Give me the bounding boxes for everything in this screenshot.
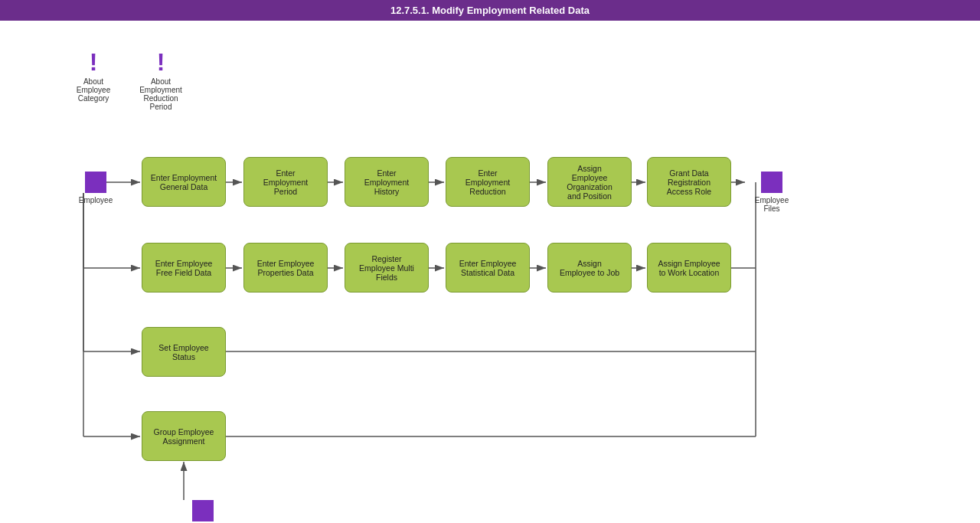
info-icon-employee-category: !: [90, 50, 98, 74]
enter-employee-properties[interactable]: Enter EmployeeProperties Data: [243, 243, 328, 293]
enter-employee-free-field[interactable]: Enter EmployeeFree Field Data: [142, 243, 226, 293]
employee-selection-template-square[interactable]: [192, 500, 214, 521]
enter-employment-general-data[interactable]: Enter Employment General Data: [142, 157, 226, 207]
about-employment-reduction-period-node: ! About Employment Reduction Period: [130, 50, 191, 111]
group-employee-assignment[interactable]: Group EmployeeAssignment: [142, 411, 226, 461]
diagram-area: ! About Employee Category ! About Employ…: [0, 21, 980, 518]
employee-start-square[interactable]: [85, 172, 106, 193]
register-employee-multi-fields[interactable]: RegisterEmployee MultiFields: [345, 243, 429, 293]
employment-history[interactable]: EnterEmploymentHistory: [345, 157, 429, 207]
title-bar: 12.7.5.1. Modify Employment Related Data: [0, 0, 980, 21]
about-employee-category-node: ! About Employee Category: [63, 50, 124, 103]
set-employee-status[interactable]: Set EmployeeStatus: [142, 327, 226, 377]
info-label-employment-reduction: About Employment Reduction Period: [139, 77, 182, 111]
assign-employee-to-job[interactable]: AssignEmployee to Job: [547, 243, 632, 293]
employee-start-label: Employee: [73, 196, 119, 204]
assign-employee-org-position[interactable]: AssignEmployeeOrganizationand Position: [547, 157, 632, 207]
info-icon-employment-reduction: !: [157, 50, 165, 74]
page-title: 12.7.5.1. Modify Employment Related Data: [390, 5, 590, 16]
enter-employment-period[interactable]: EnterEmploymentPeriod: [243, 157, 328, 207]
assign-employee-work-location[interactable]: Assign Employeeto Work Location: [647, 243, 731, 293]
enter-employment-reduction[interactable]: EnterEmploymentReduction: [446, 157, 530, 207]
employee-files-label: Employee Files: [745, 196, 799, 213]
enter-employee-statistical[interactable]: Enter EmployeeStatistical Data: [446, 243, 530, 293]
grant-registration-access-role[interactable]: Grant DataRegistrationAccess Role: [647, 157, 731, 207]
info-label-employee-category: About Employee Category: [77, 77, 110, 103]
employee-files-square[interactable]: [761, 172, 782, 193]
